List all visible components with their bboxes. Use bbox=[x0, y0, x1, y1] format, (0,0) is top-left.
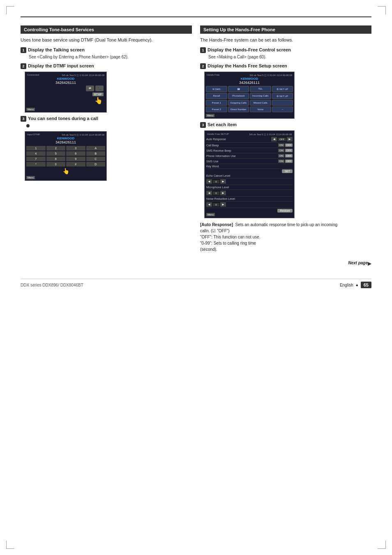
dtmf-key-7[interactable]: 7 bbox=[26, 157, 46, 161]
dtmf-brand: KENWOOD bbox=[26, 136, 105, 140]
dtmf-key-8[interactable]: 8 bbox=[46, 157, 66, 161]
sms-use-on-btn[interactable]: ON bbox=[278, 160, 284, 163]
step-2-number: 2 bbox=[21, 63, 26, 69]
left-step-3: 3 You can send tones during a call Input… bbox=[21, 116, 192, 181]
hf-cell-outgoing[interactable]: Outgoing Calls bbox=[228, 100, 249, 106]
hf-cell-preset1[interactable]: Preset 1 bbox=[206, 100, 227, 106]
noise-right-btn[interactable]: ► bbox=[220, 202, 226, 207]
restore-area: Restore bbox=[206, 209, 293, 212]
restore-btn[interactable]: Restore bbox=[277, 209, 293, 213]
right-step-3-number: 3 bbox=[200, 122, 206, 128]
mic-level-value: 0 bbox=[213, 192, 219, 195]
dtmf-screen: Input DTMF 5/6 ok Test 5 ◫ ≡ 01:04 1114 … bbox=[25, 131, 107, 181]
right-step-2-title: Display the Hands Free Setup screen bbox=[208, 63, 287, 68]
step-3-number: 3 bbox=[21, 116, 26, 122]
dtmf-key-b[interactable]: B bbox=[86, 151, 106, 156]
dtmf-menu-bar: Menu bbox=[26, 176, 35, 179]
setup-row-sms-receive-beep: SMS Receive Beep ON OFF bbox=[206, 148, 293, 153]
dtmf-key-5[interactable]: 5 bbox=[46, 151, 66, 156]
auto-response-line2: calln. (☑ "OFF") bbox=[200, 228, 371, 234]
left-step-2: 2 Display the DTMF input screen Connecte… bbox=[21, 63, 192, 113]
hand-touch-icon: 👆 bbox=[26, 97, 105, 104]
hf-cell-dial[interactable]: ☎ bbox=[228, 86, 249, 92]
right-step-1-title: Display the Hands-Free Control screen bbox=[208, 47, 291, 52]
auto-response-info: [Auto Response] Sets an automatic respon… bbox=[200, 222, 371, 252]
next-page-label: Next page bbox=[348, 261, 368, 266]
sms-receive-beep-on-btn[interactable]: ON bbox=[278, 149, 284, 152]
hf-cell-arrow[interactable]: → bbox=[272, 106, 293, 112]
hf-brand: KENWOOD bbox=[206, 77, 293, 81]
phone-info-on-btn[interactable]: ON bbox=[278, 154, 284, 157]
echo-cancel-right-btn[interactable]: ► bbox=[220, 179, 226, 184]
right-section-description: The Hands-Free system can be set as foll… bbox=[200, 37, 371, 43]
step-3-title: You can send tones during a call bbox=[28, 116, 98, 121]
noise-left-btn[interactable]: ◄ bbox=[206, 202, 212, 207]
mic-level-right-btn[interactable]: ► bbox=[220, 191, 226, 195]
keyword-set-btn[interactable]: SET bbox=[282, 169, 293, 173]
connected-number: 3426426111 bbox=[26, 81, 105, 85]
dtmf-key-9[interactable]: 9 bbox=[66, 157, 85, 161]
call-beep-off-btn[interactable]: OFF bbox=[285, 143, 293, 147]
mic-level-left-btn[interactable]: ◄ bbox=[206, 191, 212, 195]
dtmf-key-star[interactable]: * bbox=[26, 162, 46, 166]
hf-cell-incoming[interactable]: Incoming Calls bbox=[250, 93, 271, 99]
step-1-number: 1 bbox=[21, 47, 26, 53]
next-page-row: Next page ▶ bbox=[200, 261, 371, 266]
btmf-badge: BTMF bbox=[92, 92, 104, 96]
auto-response-line4: "0-99": Sets to calling ring time bbox=[200, 240, 371, 246]
dtmf-key-4[interactable]: 4 bbox=[26, 151, 46, 156]
dtmf-key-hash[interactable]: # bbox=[66, 162, 85, 166]
connected-brand: KENWOOD bbox=[26, 77, 105, 81]
setup-row-keyword: Key Word bbox=[206, 164, 293, 169]
echo-cancel-left-btn[interactable]: ◄ bbox=[206, 179, 212, 184]
echo-cancel-value: 0 bbox=[213, 180, 219, 183]
right-step-2-number: 2 bbox=[200, 63, 206, 69]
dtmf-number: 3426426111 bbox=[26, 140, 105, 144]
setup-screen: Hands Free SETUP 5/6 ok Test 5 ◫ ≡ 01:04… bbox=[204, 130, 295, 218]
top-divider bbox=[21, 16, 371, 17]
step-1-subtitle: See <Calling by Entering a Phone Number>… bbox=[29, 54, 192, 60]
hf-grid: ✉ SMS ☎ TEL ⚙ SET UP Recall Phonebook In… bbox=[206, 86, 293, 112]
keyword-set-area: SET bbox=[206, 170, 293, 173]
hf-number: 3426426111 bbox=[206, 81, 293, 85]
hf-cell-voice[interactable]: Voice bbox=[250, 106, 271, 112]
sms-use-off-btn[interactable]: OFF bbox=[285, 160, 293, 163]
hf-cell-setup2[interactable]: ⚙ SET UP bbox=[272, 93, 293, 99]
connected-screen: Connected 5/6 ok Test 5 ◫ ≡ 01:04 1114 0… bbox=[25, 72, 107, 113]
sms-receive-beep-off-btn[interactable]: OFF bbox=[285, 149, 293, 152]
right-section-header: Setting Up the Hands-Free Phone bbox=[200, 25, 371, 34]
dtmf-key-3[interactable]: 3 bbox=[66, 146, 85, 150]
auto-response-tag: [Auto Response] bbox=[200, 222, 233, 227]
dtmf-keypad: 1 2 3 A 4 5 6 B 7 8 9 C * bbox=[26, 146, 105, 166]
dtmf-key-6[interactable]: 6 bbox=[66, 151, 85, 156]
call-beep-on-btn[interactable]: ON bbox=[278, 143, 284, 147]
step-1-title: Display the Talking screen bbox=[28, 47, 85, 52]
left-step-1: 1 Display the Talking screen See <Callin… bbox=[21, 47, 192, 60]
dtmf-key-a[interactable]: A bbox=[86, 146, 106, 150]
hf-cell-directnum[interactable]: Direct Number bbox=[228, 106, 249, 112]
hf-cell-preset2[interactable]: Preset 2 bbox=[206, 106, 227, 112]
step-2-title: Display the DTMF input screen bbox=[28, 63, 94, 68]
hf-cell-recall[interactable]: Recall bbox=[206, 93, 227, 99]
dtmf-key-c[interactable]: C bbox=[86, 157, 106, 161]
hf-cell-blank bbox=[272, 100, 293, 106]
connected-icon-1: ⇄ bbox=[86, 86, 94, 91]
connected-screen-wrapper: Connected 5/6 ok Test 5 ◫ ≡ 01:04 1114 0… bbox=[25, 72, 192, 113]
hf-cell-tel[interactable]: TEL bbox=[250, 86, 271, 92]
auto-response-left-btn[interactable]: ◄ bbox=[271, 137, 277, 141]
dtmf-key-1[interactable]: 1 bbox=[26, 146, 46, 150]
setup-row-noise-ctrl: ◄ 0 ► bbox=[206, 201, 293, 208]
hf-cell-missed[interactable]: Missed Calls bbox=[250, 100, 271, 106]
hf-cell-sms[interactable]: ✉ SMS bbox=[206, 86, 227, 92]
hf-cell-setup1[interactable]: ⚙ SET UP bbox=[272, 86, 293, 92]
phone-info-off-btn[interactable]: OFF bbox=[285, 154, 293, 157]
connected-icon-2: 📞 bbox=[95, 86, 104, 91]
dtmf-key-2[interactable]: 2 bbox=[46, 146, 66, 150]
hf-cell-phonebook[interactable]: Phonebook bbox=[228, 93, 249, 99]
dtmf-key-0[interactable]: 0 bbox=[46, 162, 66, 166]
auto-response-right-btn[interactable]: ► bbox=[287, 137, 293, 141]
right-step-1-subtitle: See <Making a Call> (page 60). bbox=[208, 54, 371, 60]
dtmf-key-d[interactable]: D bbox=[86, 162, 106, 166]
auto-response-value: OFF bbox=[278, 138, 286, 141]
next-page-arrow: ▶ bbox=[368, 261, 371, 266]
